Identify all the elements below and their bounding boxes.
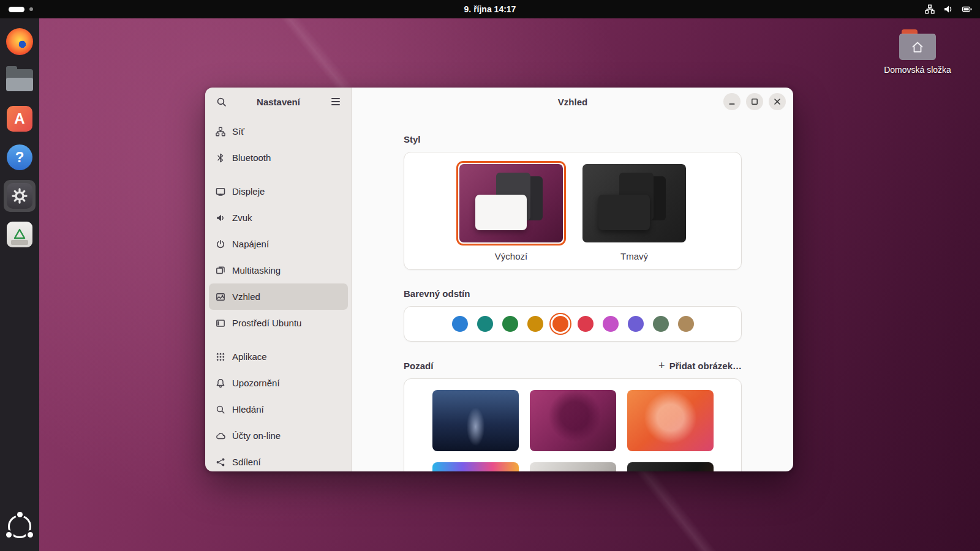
style-card: Výchozí Tmavý — [404, 152, 742, 270]
background-thumbnail-light[interactable] — [530, 462, 616, 471]
style-option-dark[interactable]: Tmavý — [579, 161, 689, 261]
plus-icon: + — [658, 360, 665, 371]
main-menu-button[interactable] — [327, 93, 344, 110]
background-thumbnail-kangaroo-orange[interactable] — [627, 390, 714, 451]
style-default-preview — [459, 164, 563, 242]
sidebar-item-bluetooth[interactable]: Bluetooth — [209, 144, 348, 171]
minimize-button[interactable] — [723, 93, 741, 110]
sidebar-item-label: Bluetooth — [232, 152, 271, 163]
style-option-default[interactable]: Výchozí — [456, 161, 566, 261]
style-section-label: Styl — [404, 134, 421, 144]
sidebar-item-multitasking[interactable]: Multitasking — [209, 257, 348, 283]
add-background-button[interactable]: + Přidat obrázek… — [658, 360, 742, 371]
accent-color-magenta[interactable] — [603, 316, 619, 332]
settings-main-panel: Vzhled Styl — [352, 88, 793, 471]
sidebar-item-power[interactable]: Napájení — [209, 231, 348, 257]
style-dark-preview — [582, 164, 686, 242]
background-card — [404, 378, 742, 471]
accent-color-sage[interactable] — [653, 316, 669, 332]
share-icon — [215, 457, 225, 467]
accent-color-green[interactable] — [502, 316, 518, 332]
cloud-icon — [215, 430, 225, 441]
style-default-label: Výchozí — [495, 251, 527, 261]
multitasking-icon — [215, 265, 225, 276]
sidebar-header: Nastavení — [205, 88, 352, 116]
power-icon — [215, 239, 225, 249]
sidebar-item-label: Sdílení — [232, 457, 261, 467]
sidebar-item-label: Displeje — [232, 186, 265, 197]
sidebar-item-ubuntu-desktop[interactable]: Prostředí Ubuntu — [209, 310, 348, 336]
dock-settings[interactable] — [4, 180, 36, 212]
accent-section-label: Barevný odstín — [404, 288, 470, 299]
add-background-label: Přidat obrázek… — [669, 361, 742, 371]
home-folder-shortcut[interactable]: Domovská složka — [881, 29, 954, 75]
sidebar-item-label: Napájení — [232, 239, 269, 249]
sidebar-item-label: Hledání — [232, 404, 264, 414]
accent-color-blue[interactable] — [452, 316, 468, 332]
settings-sidebar: Nastavení Síť — [205, 88, 352, 471]
sidebar-title: Nastavení — [230, 97, 327, 107]
dock-files[interactable] — [4, 64, 36, 96]
background-section-header: Pozadí + Přidat obrázek… — [404, 360, 742, 371]
sidebar-item-network[interactable]: Síť — [209, 118, 348, 144]
trash-icon — [7, 222, 32, 247]
style-section-header: Styl — [404, 134, 742, 144]
accent-color-tan[interactable] — [678, 316, 694, 332]
style-dark-frame — [579, 161, 689, 246]
dock-firefox[interactable] — [4, 26, 36, 58]
accent-color-teal[interactable] — [477, 316, 493, 332]
sidebar-item-label: Multitasking — [232, 265, 281, 276]
background-thumbnail-kangaroo-magenta[interactable] — [530, 390, 616, 451]
accent-color-violet[interactable] — [628, 316, 644, 332]
files-icon — [6, 69, 33, 91]
close-button[interactable] — [769, 93, 786, 110]
dock-help[interactable]: ? — [4, 141, 36, 173]
dock-trash[interactable] — [4, 219, 36, 250]
top-bar: 9. října 14:17 — [0, 0, 980, 18]
bluetooth-icon — [215, 152, 225, 163]
dock-app-center[interactable]: A — [4, 103, 36, 135]
battery-icon — [962, 4, 973, 14]
background-thumbnail-night-storm[interactable] — [432, 390, 519, 451]
background-thumbnail-colorful[interactable] — [432, 462, 519, 471]
settings-window: Nastavení Síť — [205, 88, 793, 471]
sidebar-item-search[interactable]: Hledání — [209, 396, 348, 422]
window-header: Vzhled — [352, 88, 793, 116]
search-button[interactable] — [213, 93, 230, 110]
accent-section-header: Barevný odstín — [404, 288, 742, 299]
maximize-button[interactable] — [746, 93, 763, 110]
appearance-icon — [215, 291, 225, 302]
apps-grid-icon — [215, 351, 225, 362]
sidebar-item-label: Upozornění — [232, 378, 280, 388]
background-section-label: Pozadí — [404, 361, 433, 371]
home-folder-label: Domovská složka — [881, 65, 954, 75]
hamburger-icon — [331, 98, 340, 105]
sidebar-list: Síť Bluetooth — [205, 116, 352, 471]
ubuntu-logo-icon — [8, 515, 31, 538]
sidebar-item-sound[interactable]: Zvuk — [209, 204, 348, 231]
sidebar-item-appearance[interactable]: Vzhled — [209, 283, 348, 310]
clock[interactable]: 9. října 14:17 — [0, 4, 980, 14]
sidebar-item-label: Síť — [232, 126, 244, 137]
accent-color-red[interactable] — [578, 316, 594, 332]
system-status-area[interactable] — [925, 4, 973, 14]
window-controls — [723, 93, 786, 110]
accent-color-orange[interactable] — [552, 316, 568, 332]
appearance-content: Styl Výchozí — [352, 134, 793, 471]
accent-color-gold[interactable] — [527, 316, 543, 332]
accent-color-card — [404, 306, 742, 342]
sidebar-item-apps[interactable]: Aplikace — [209, 343, 348, 370]
sidebar-item-online-accounts[interactable]: Účty on-line — [209, 422, 348, 449]
sidebar-item-label: Účty on-line — [232, 430, 281, 441]
display-icon — [215, 186, 225, 197]
search-icon — [215, 404, 225, 414]
network-status-icon — [925, 4, 935, 14]
dock-ubuntu-logo[interactable] — [4, 511, 36, 542]
sidebar-item-label: Prostředí Ubuntu — [232, 318, 301, 328]
network-icon — [215, 126, 225, 137]
background-thumbnail-dark[interactable] — [627, 462, 714, 471]
sidebar-item-displays[interactable]: Displeje — [209, 178, 348, 204]
sidebar-item-notifications[interactable]: Upozornění — [209, 370, 348, 396]
sidebar-item-sharing[interactable]: Sdílení — [209, 449, 348, 471]
bell-icon — [215, 378, 225, 388]
